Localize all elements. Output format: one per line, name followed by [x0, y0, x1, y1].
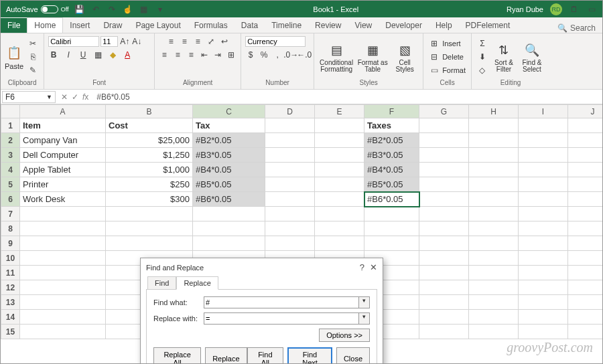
options-button[interactable]: Options >>	[319, 329, 370, 342]
cell-B3[interactable]: $1,250	[106, 148, 193, 163]
close-button[interactable]: Close	[336, 347, 370, 364]
tab-review[interactable]: Review	[308, 18, 348, 33]
cell-E2[interactable]	[315, 133, 364, 148]
col-header-C[interactable]: C	[193, 105, 265, 118]
cell-I11[interactable]	[519, 266, 568, 280]
cell-C8[interactable]	[193, 221, 265, 236]
cell-G3[interactable]	[419, 148, 469, 163]
notes-icon[interactable]: 🗒	[569, 4, 580, 15]
col-header-F[interactable]: F	[364, 105, 419, 118]
ribbon-options-icon[interactable]: ▭	[586, 4, 597, 15]
cell-J1[interactable]	[568, 118, 603, 133]
cell-H15[interactable]	[469, 325, 519, 339]
cell-I13[interactable]	[519, 295, 568, 310]
autosave-toggle[interactable]: AutoSave Off	[6, 5, 69, 13]
delete-cells-button[interactable]: ⊟Delete	[427, 51, 467, 63]
cell-C5[interactable]: #B5*0.05	[193, 177, 265, 192]
row-header-1[interactable]: 1	[1, 118, 20, 133]
cell-F9[interactable]	[364, 236, 419, 251]
align-right-icon[interactable]: ≡	[186, 50, 196, 60]
cell-G13[interactable]	[419, 295, 469, 310]
replace-dropdown-icon[interactable]: ▾	[359, 312, 370, 325]
cell-G1[interactable]	[419, 118, 469, 133]
align-center-icon[interactable]: ≡	[172, 50, 183, 60]
cell-F3[interactable]: #B3*0.05	[364, 148, 419, 163]
cell-J14[interactable]	[568, 310, 603, 325]
col-header-A[interactable]: A	[20, 105, 106, 118]
replace-all-button[interactable]: Replace All	[153, 347, 201, 364]
cell-G6[interactable]	[419, 192, 469, 207]
cell-H4[interactable]	[469, 163, 519, 177]
cell-C4[interactable]: #B4*0.05	[193, 163, 265, 177]
cell-I1[interactable]	[519, 118, 568, 133]
cell-B2[interactable]: $25,000	[106, 133, 193, 148]
cell-A13[interactable]	[20, 295, 106, 310]
number-format[interactable]	[245, 36, 306, 47]
tab-formulas[interactable]: Formulas	[188, 18, 234, 33]
cell-A14[interactable]	[20, 310, 106, 325]
cell-J15[interactable]	[568, 325, 603, 339]
col-header-G[interactable]: G	[419, 105, 469, 118]
italic-icon[interactable]: I	[63, 50, 74, 60]
cell-A15[interactable]	[20, 325, 106, 339]
tab-help[interactable]: Help	[429, 18, 459, 33]
cell-A10[interactable]	[20, 251, 106, 266]
cell-J10[interactable]	[568, 251, 603, 266]
comma-icon[interactable]: ,	[272, 50, 283, 60]
cell-C1[interactable]: Tax	[193, 118, 265, 133]
cell-G2[interactable]	[419, 133, 469, 148]
cell-H1[interactable]	[469, 118, 519, 133]
increase-decimal-icon[interactable]: .0→	[285, 50, 296, 60]
tab-page-layout[interactable]: Page Layout	[129, 18, 187, 33]
copy-button[interactable]: ⎘	[26, 51, 40, 63]
cell-I15[interactable]	[519, 325, 568, 339]
cell-H7[interactable]	[469, 207, 519, 221]
cell-G4[interactable]	[419, 163, 469, 177]
cell-styles-icon[interactable]: ▧	[395, 41, 414, 60]
cell-C3[interactable]: #B3*0.05	[193, 148, 265, 163]
align-middle-icon[interactable]: ≡	[179, 36, 190, 47]
cell-J6[interactable]	[568, 192, 603, 207]
cell-B4[interactable]: $1,000	[106, 163, 193, 177]
row-header-12[interactable]: 12	[1, 280, 20, 295]
accept-icon[interactable]: ✓	[72, 92, 78, 102]
save-icon[interactable]: 💾	[74, 4, 85, 15]
cell-J5[interactable]	[568, 177, 603, 192]
tab-file[interactable]: File	[1, 18, 27, 33]
user-avatar[interactable]: RD	[550, 3, 562, 15]
replace-button[interactable]: Replace	[205, 347, 247, 364]
row-header-14[interactable]: 14	[1, 310, 20, 325]
cell-D7[interactable]	[265, 207, 315, 221]
tab-pdfelement[interactable]: PDFelement	[459, 18, 517, 33]
format-as-table-icon[interactable]: ▦	[363, 41, 382, 60]
cell-I3[interactable]	[519, 148, 568, 163]
col-header-E[interactable]: E	[315, 105, 364, 118]
cell-G9[interactable]	[419, 236, 469, 251]
cell-D9[interactable]	[265, 236, 315, 251]
cell-B8[interactable]	[106, 221, 193, 236]
border-icon[interactable]: ▦	[92, 50, 103, 60]
find-all-button[interactable]: Find All	[247, 347, 284, 364]
cell-A7[interactable]	[20, 207, 106, 221]
row-header-2[interactable]: 2	[1, 133, 20, 148]
cell-G12[interactable]	[419, 280, 469, 295]
decrease-font-icon[interactable]: A↓	[131, 36, 142, 47]
paste-icon[interactable]: 📋	[5, 43, 23, 62]
orientation-icon[interactable]: ⤢	[206, 36, 216, 47]
cell-A2[interactable]: Company Van	[20, 133, 106, 148]
cell-H14[interactable]	[469, 310, 519, 325]
row-header-11[interactable]: 11	[1, 266, 20, 280]
cell-E4[interactable]	[315, 163, 364, 177]
cell-E6[interactable]	[315, 192, 364, 207]
cell-D5[interactable]	[265, 177, 315, 192]
cell-D1[interactable]	[265, 118, 315, 133]
cell-I2[interactable]	[519, 133, 568, 148]
cell-D3[interactable]	[265, 148, 315, 163]
close-icon[interactable]: ✕	[370, 262, 377, 272]
cell-H11[interactable]	[469, 266, 519, 280]
cell-H10[interactable]	[469, 251, 519, 266]
cell-H5[interactable]	[469, 177, 519, 192]
row-header-9[interactable]: 9	[1, 236, 20, 251]
cell-B5[interactable]: $250	[106, 177, 193, 192]
cell-I7[interactable]	[519, 207, 568, 221]
